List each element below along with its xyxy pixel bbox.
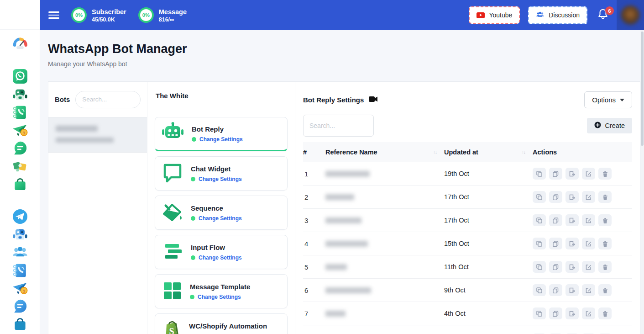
change-settings-link[interactable]: Change Settings	[199, 254, 242, 261]
edit-button[interactable]	[582, 261, 595, 273]
card-message-template[interactable]: Message Template Change Settings	[155, 274, 288, 308]
table-search-input[interactable]	[303, 115, 374, 137]
duplicate-button[interactable]	[533, 284, 546, 296]
whatsapp-bot-icon[interactable]	[12, 86, 28, 102]
telegram-icon[interactable]	[12, 208, 28, 224]
copy-button[interactable]	[549, 238, 562, 249]
notifications-button[interactable]: 6	[597, 8, 608, 22]
delete-button[interactable]	[598, 307, 612, 319]
row-updated: 17th Oct	[444, 217, 533, 224]
delete-button[interactable]	[598, 168, 612, 180]
header-reference-name-label: Reference Name	[325, 148, 377, 156]
main-content: WhatsApp Bot Manager Manage your WhatsAp…	[40, 30, 640, 334]
export-button[interactable]	[565, 191, 579, 203]
telegram-store-icon[interactable]	[12, 316, 28, 332]
input-flow-icon	[161, 241, 184, 263]
header-reference-name[interactable]: Reference Name ↑↓	[325, 148, 444, 156]
export-button[interactable]	[565, 284, 579, 296]
dashboard-gauge-icon[interactable]	[12, 36, 28, 52]
copy-button[interactable]	[549, 214, 562, 226]
delete-button[interactable]	[598, 214, 612, 226]
video-tutorial-icon[interactable]	[369, 96, 378, 104]
discussion-button-label: Discussion	[549, 11, 580, 19]
status-dot	[191, 255, 195, 260]
edit-button[interactable]	[582, 238, 595, 249]
delete-button[interactable]	[598, 261, 612, 273]
page-subtitle: Manage your WhatsApp bot	[48, 60, 640, 68]
whatsapp-contacts-icon[interactable]	[12, 104, 28, 120]
export-button[interactable]	[565, 168, 579, 180]
change-settings-link[interactable]: Change Settings	[199, 215, 242, 222]
bot-list-item-selected[interactable]	[48, 117, 147, 153]
telegram-bot-icon[interactable]	[12, 227, 28, 243]
hamburger-menu-icon[interactable]	[48, 10, 59, 21]
export-button[interactable]	[565, 261, 579, 273]
user-menu[interactable]	[617, 0, 644, 30]
chevron-down-icon	[620, 99, 624, 101]
options-button[interactable]: Options	[584, 91, 632, 108]
telegram-broadcast-icon[interactable]: 1	[12, 280, 28, 296]
whatsapp-store-icon[interactable]	[12, 176, 28, 192]
scrollbar-thumb[interactable]	[641, 32, 644, 146]
copy-button[interactable]	[549, 261, 562, 273]
bots-search-input[interactable]	[75, 91, 141, 108]
delete-button[interactable]	[598, 284, 612, 296]
message-template-icon	[161, 281, 183, 302]
copy-button[interactable]	[549, 284, 562, 296]
export-button[interactable]	[565, 307, 579, 319]
copy-button[interactable]	[549, 191, 562, 203]
integrations-icon[interactable]	[12, 158, 28, 174]
table-row: 6 9th Oct	[303, 279, 632, 302]
duplicate-button[interactable]	[533, 261, 546, 273]
edit-button[interactable]	[582, 307, 595, 319]
change-settings-link[interactable]: Change Settings	[199, 136, 243, 143]
sidebar-top-spacer	[0, 0, 40, 30]
card-chat-widget[interactable]: Chat Widget Change Settings	[155, 156, 288, 191]
change-settings-link[interactable]: Change Settings	[199, 176, 242, 182]
delete-button[interactable]	[598, 238, 612, 249]
row-updated: 17th Oct	[444, 193, 533, 201]
row-actions	[533, 214, 632, 226]
whatsapp-icon[interactable]	[12, 69, 28, 85]
create-button[interactable]: Create	[587, 118, 632, 133]
whatsapp-chat-icon[interactable]	[12, 140, 28, 156]
row-actions	[533, 261, 632, 273]
export-button[interactable]	[565, 238, 579, 249]
discussion-button[interactable]: Discussion	[528, 6, 587, 24]
redacted-name	[325, 311, 346, 317]
edit-button[interactable]	[582, 214, 595, 226]
row-number: 1	[303, 170, 325, 178]
copy-button[interactable]	[549, 168, 562, 180]
card-wc-shopify-automation[interactable]: S WC/Shopify Automation Change Settings	[155, 313, 288, 334]
export-button[interactable]	[565, 214, 579, 226]
edit-button[interactable]	[582, 168, 595, 180]
row-updated: 11th Oct	[444, 263, 533, 270]
duplicate-button[interactable]	[533, 307, 546, 319]
delete-button[interactable]	[598, 191, 612, 203]
duplicate-button[interactable]	[533, 238, 546, 249]
telegram-group-icon[interactable]	[12, 244, 28, 260]
chat-widget-icon	[161, 162, 184, 186]
card-input-flow[interactable]: Input Flow Change Settings	[155, 235, 288, 269]
duplicate-button[interactable]	[533, 214, 546, 226]
plus-circle-icon	[594, 122, 601, 130]
svg-text:S: S	[169, 326, 174, 334]
telegram-chat-icon[interactable]	[12, 298, 28, 314]
change-settings-link[interactable]: Change Settings	[198, 294, 241, 300]
card-bot-reply[interactable]: Bot Reply Change Settings	[155, 117, 288, 151]
telegram-contacts-icon[interactable]	[12, 262, 28, 278]
sort-icon: ↑↓	[522, 150, 525, 155]
duplicate-button[interactable]	[533, 191, 546, 203]
whatsapp-broadcast-icon[interactable]: 1	[12, 122, 28, 138]
bell-icon	[597, 14, 608, 21]
avatar	[621, 5, 640, 25]
header-updated-at[interactable]: Updated at ↑↓	[444, 148, 533, 156]
duplicate-button[interactable]	[533, 168, 546, 180]
card-sequence[interactable]: Sequence Change Settings	[155, 196, 288, 230]
youtube-button[interactable]: Youtube	[469, 6, 520, 24]
copy-button[interactable]	[549, 307, 562, 319]
edit-button[interactable]	[582, 284, 595, 296]
message-stat: 0% Message 816/∞	[138, 7, 187, 23]
edit-button[interactable]	[582, 191, 595, 203]
subscriber-stat: 0% Subscriber 45/50.0K	[71, 7, 126, 23]
